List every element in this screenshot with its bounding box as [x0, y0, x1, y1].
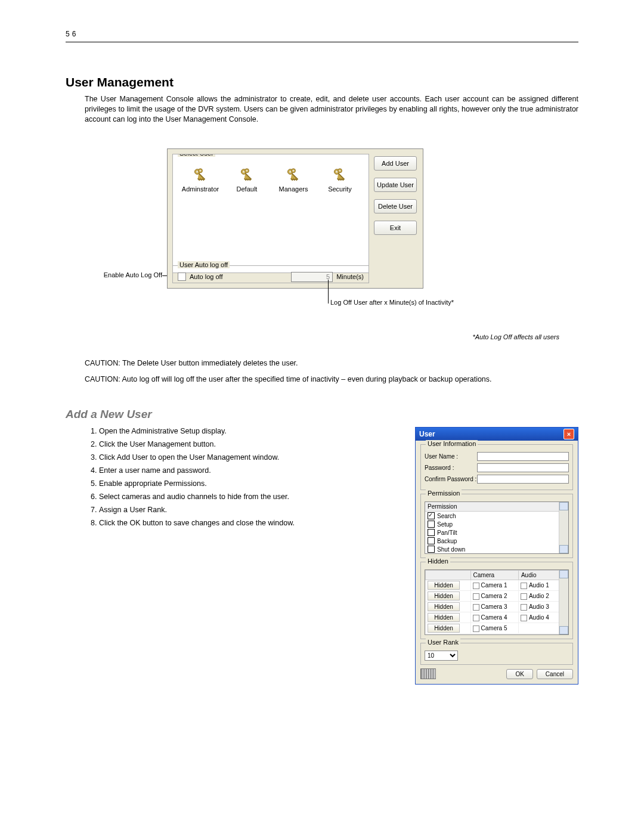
user-dialog: User × User Information User Name : Pass…: [415, 427, 578, 685]
user-info-legend: User Information: [426, 440, 478, 447]
update-user-button[interactable]: Update User: [374, 178, 417, 192]
keyboard-icon[interactable]: [420, 668, 436, 679]
svg-point-1: [196, 171, 199, 173]
keys-icon: [239, 168, 255, 184]
delete-user-button[interactable]: Delete User: [374, 199, 417, 213]
table-row: Hidden Camera 5: [426, 623, 559, 634]
hidden-button[interactable]: Hidden: [428, 624, 460, 633]
page-number: 56: [66, 30, 578, 38]
hidden-col-audio: Audio: [518, 571, 559, 580]
intro-text: The User Management Console allows the a…: [85, 94, 578, 125]
user-label: Security: [328, 185, 352, 193]
keys-icon: [192, 168, 209, 184]
hidden-col-camera: Camera: [470, 571, 518, 580]
table-row: Hidden Camera 4 Audio 4: [426, 612, 559, 623]
step-item: Click the OK button to save changes and …: [99, 519, 403, 527]
checkbox-icon[interactable]: [428, 512, 435, 519]
user-name-label: User Name :: [425, 453, 477, 460]
close-icon[interactable]: ×: [564, 429, 574, 439]
svg-point-15: [339, 170, 341, 172]
checkbox-icon[interactable]: [521, 615, 527, 621]
hidden-table[interactable]: Camera Audio Hidden Camera 1 Audio 1 Hid…: [425, 569, 569, 635]
permission-legend: Permission: [426, 490, 462, 497]
step-item: Open the Administrative Setup display.: [99, 427, 403, 435]
add-user-button[interactable]: Add User: [374, 156, 417, 171]
callout-log-off-after: Log Off User after x Minute(s) of Inacti…: [330, 299, 454, 306]
confirm-password-input[interactable]: [477, 475, 569, 484]
user-item-administrator[interactable]: Adminstrator: [181, 168, 219, 193]
ok-button[interactable]: OK: [506, 669, 532, 679]
hidden-button[interactable]: Hidden: [428, 602, 460, 611]
step-item: Click the User Management button.: [99, 440, 403, 448]
checkbox-icon[interactable]: [473, 625, 479, 632]
svg-point-11: [293, 170, 295, 172]
perm-shutdown[interactable]: Shut down: [425, 545, 568, 553]
select-user-legend: Select User: [178, 154, 215, 157]
checkbox-icon[interactable]: [473, 604, 479, 611]
user-item-managers[interactable]: Managers: [274, 168, 312, 193]
scrollbar[interactable]: [559, 570, 568, 634]
perm-pantilt[interactable]: Pan/Tilt: [425, 528, 568, 537]
checkbox-icon[interactable]: [521, 604, 527, 611]
perm-search[interactable]: Search: [425, 512, 568, 520]
svg-point-13: [336, 171, 338, 173]
auto-logoff-label: Auto log off: [190, 273, 222, 280]
svg-point-9: [289, 171, 292, 173]
svg-point-3: [200, 170, 202, 172]
permission-group: Permission Permission Search Setup Pan/T…: [420, 494, 573, 558]
checkbox-icon[interactable]: [428, 537, 435, 544]
checkbox-icon[interactable]: [473, 615, 479, 621]
footnote-auto-logoff: *Auto Log Off affects all users: [66, 333, 559, 340]
auto-logoff-minutes-input[interactable]: [291, 272, 333, 282]
step-item: Enter a user name and password.: [99, 466, 403, 475]
hidden-button[interactable]: Hidden: [428, 581, 460, 590]
hidden-col-blank: [426, 571, 471, 580]
user-item-security[interactable]: Security: [321, 168, 359, 193]
subsection-title: Add a New User: [66, 408, 578, 421]
exit-button[interactable]: Exit: [374, 221, 417, 235]
user-label: Managers: [279, 185, 308, 193]
cancel-button[interactable]: Cancel: [537, 669, 573, 679]
table-row: Hidden Camera 3 Audio 3: [426, 602, 559, 612]
user-dialog-titlebar: User ×: [416, 428, 578, 441]
checkbox-icon[interactable]: [428, 529, 435, 536]
svg-point-7: [246, 170, 248, 172]
checkbox-icon[interactable]: [428, 546, 435, 553]
auto-logoff-group: User Auto log off Auto log off Minute(s): [172, 265, 369, 283]
checkbox-icon[interactable]: [521, 583, 527, 589]
scrollbar[interactable]: [559, 502, 568, 553]
svg-point-5: [243, 171, 245, 173]
auto-logoff-checkbox[interactable]: [178, 272, 186, 281]
section-title: User Management: [66, 75, 578, 89]
step-item: Select cameras and audio channels to hid…: [99, 493, 403, 501]
user-dialog-title: User: [419, 430, 435, 438]
checkbox-icon[interactable]: [521, 593, 527, 600]
permission-list[interactable]: Permission Search Setup Pan/Tilt Backup …: [425, 501, 569, 554]
user-label: Adminstrator: [182, 185, 219, 193]
perm-backup[interactable]: Backup: [425, 537, 568, 545]
user-info-group: User Information User Name : Password : …: [420, 444, 573, 490]
permission-header: Permission: [425, 502, 568, 512]
auto-logoff-legend: User Auto log off: [178, 261, 230, 268]
user-rank-select[interactable]: 10: [425, 651, 458, 661]
step-item: Click Add User to open the User Manageme…: [99, 453, 403, 462]
user-item-default[interactable]: Default: [228, 168, 266, 193]
caution-2: CAUTION: Auto log off will log off the u…: [85, 374, 578, 385]
user-management-dialog-figure: Enable Auto Log Off Select User Adminstr…: [101, 148, 483, 309]
checkbox-icon[interactable]: [473, 593, 479, 600]
steps-list: Open the Administrative Setup display. C…: [85, 427, 403, 527]
user-management-dialog: Select User Adminstrator Default Mana: [167, 148, 423, 289]
select-user-group: Select User Adminstrator Default Mana: [172, 154, 369, 273]
hidden-button[interactable]: Hidden: [428, 592, 460, 600]
checkbox-icon[interactable]: [428, 521, 435, 528]
table-row: Hidden Camera 1 Audio 1: [426, 580, 559, 591]
hidden-button[interactable]: Hidden: [428, 613, 460, 622]
password-input[interactable]: [477, 463, 569, 472]
user-name-input[interactable]: [477, 452, 569, 461]
perm-setup[interactable]: Setup: [425, 520, 568, 528]
top-rule: [66, 42, 578, 42]
checkbox-icon[interactable]: [473, 583, 479, 589]
step-item: Enable appropriate Permissions.: [99, 479, 403, 488]
keys-icon: [285, 168, 302, 184]
minutes-unit: Minute(s): [336, 273, 364, 280]
